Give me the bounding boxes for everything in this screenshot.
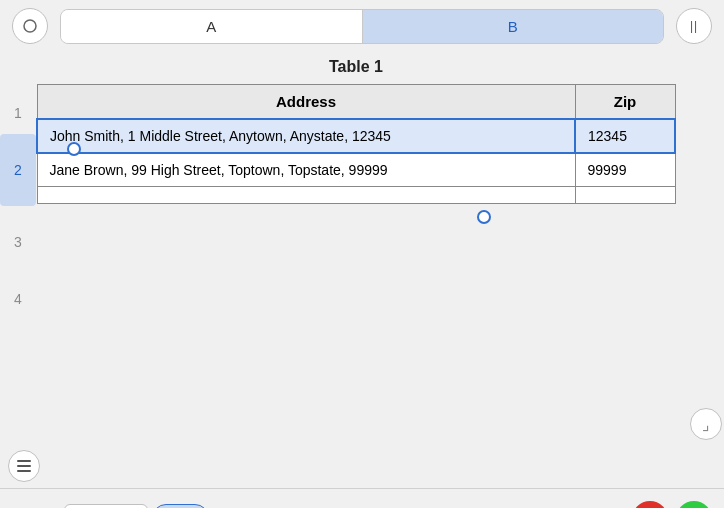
- table-row-3: Jane Brown, 99 High Street, Toptown, Top…: [37, 153, 675, 187]
- cell-reference-button[interactable]: A2 ▼: [152, 504, 209, 509]
- cell-a3[interactable]: Jane Brown, 99 High Street, Toptown, Top…: [37, 153, 575, 187]
- selection-handle-tl[interactable]: [67, 142, 81, 156]
- main-area: 1 2 3 4 Table 1 Address Zip John Smith, …: [0, 52, 724, 448]
- menu-button[interactable]: [8, 450, 40, 482]
- row-num-1[interactable]: 1: [0, 92, 36, 134]
- cell-b3[interactable]: 99999: [575, 153, 675, 187]
- cancel-button[interactable]: ✕: [632, 501, 668, 509]
- row-sidebar: 1 2 3 4: [0, 52, 36, 448]
- formula-bar: • fx ▾ RIGHT ▼ A2 ▼ , 5: [12, 504, 233, 509]
- circle-icon: [22, 18, 38, 34]
- table-row-2: John Smith, 1 Middle Street, Anytown, An…: [37, 119, 675, 153]
- pause-button[interactable]: ||: [676, 8, 712, 44]
- cell-b4[interactable]: [575, 187, 675, 204]
- col-tab-b[interactable]: B: [363, 10, 664, 43]
- selection-handle-br[interactable]: [477, 210, 491, 224]
- data-table: Address Zip John Smith, 1 Middle Street,…: [36, 84, 676, 204]
- col-tab-a[interactable]: A: [61, 10, 363, 43]
- right-sidebar: ⌟: [688, 52, 724, 448]
- row-num-4[interactable]: 4: [0, 278, 36, 320]
- corner-resize-button[interactable]: ⌟: [690, 408, 722, 440]
- table-container: Table 1 Address Zip John Smith, 1 Middle…: [36, 52, 688, 448]
- action-buttons: ✕ ✓: [632, 501, 712, 509]
- confirm-button[interactable]: ✓: [676, 501, 712, 509]
- top-toolbar: A B ||: [0, 0, 724, 52]
- svg-point-0: [24, 20, 36, 32]
- corner-icon: ⌟: [702, 415, 710, 434]
- header-address[interactable]: Address: [37, 85, 575, 120]
- table-title: Table 1: [36, 52, 676, 84]
- cell-b2[interactable]: 12345: [575, 119, 675, 153]
- column-tabs: A B: [60, 9, 664, 44]
- cell-a2[interactable]: John Smith, 1 Middle Street, Anytown, An…: [37, 119, 575, 153]
- menu-icon: [17, 460, 31, 472]
- row-num-3[interactable]: 3: [0, 206, 36, 278]
- bottom-toolbar: • fx ▾ RIGHT ▼ A2 ▼ , 5 ✕ ✓: [0, 488, 724, 508]
- side-buttons-row: [0, 448, 724, 488]
- row-num-2[interactable]: 2: [0, 134, 36, 206]
- header-zip[interactable]: Zip: [575, 85, 675, 120]
- function-name-button[interactable]: RIGHT ▼: [64, 504, 147, 509]
- cell-a4[interactable]: [37, 187, 575, 204]
- circle-button[interactable]: [12, 8, 48, 44]
- table-row-4: [37, 187, 675, 204]
